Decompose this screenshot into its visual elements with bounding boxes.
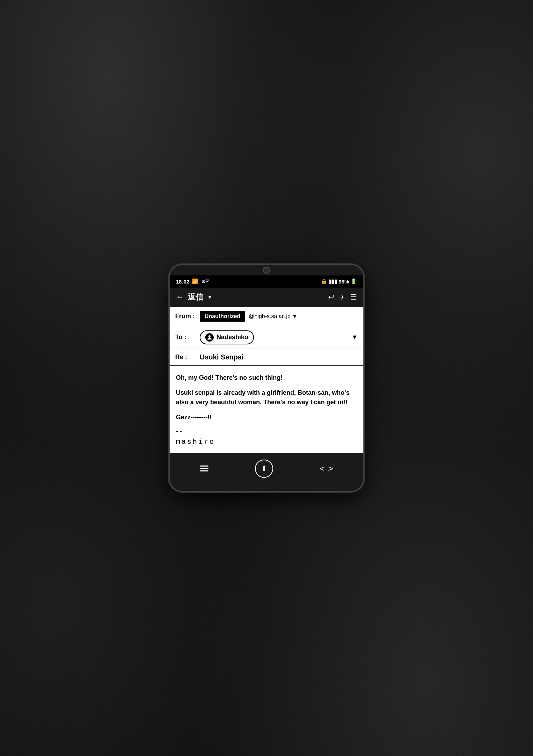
contact-pill: Nadeshiko xyxy=(200,330,254,344)
contact-name: Nadeshiko xyxy=(216,334,248,341)
signature-separator: - - xyxy=(176,428,357,435)
body-line-1: Oh, my God! There's no such thing! xyxy=(176,373,357,383)
prev-next-buttons[interactable]: < > xyxy=(320,464,333,474)
email-body: Oh, my God! There's no such thing! Usuki… xyxy=(170,366,363,453)
home-button[interactable]: ⬆ xyxy=(255,460,273,478)
phone-bottom-bar xyxy=(170,484,363,491)
re-row: Re : Usuki Senpai xyxy=(170,349,363,366)
camera xyxy=(263,267,270,273)
email-area: From : Unauthorized @high-s.sa.ac.jp ▼ T… xyxy=(170,307,363,453)
time-display: 18:02 xyxy=(176,279,189,285)
from-email: @high-s.sa.ac.jp ▼ xyxy=(249,313,297,320)
nav-bars-button[interactable] xyxy=(200,465,208,471)
battery-percent: 98% xyxy=(339,279,349,285)
wifi-icon: 📶 xyxy=(192,278,199,285)
from-dropdown-icon[interactable]: ▼ xyxy=(292,313,298,320)
header-dropdown-icon[interactable]: ▼ xyxy=(207,294,212,300)
from-row: From : Unauthorized @high-s.sa.ac.jp ▼ xyxy=(170,307,363,326)
to-label: To : xyxy=(175,334,196,341)
header-title: 返信 xyxy=(188,292,203,302)
unauthorized-badge: Unauthorized xyxy=(200,311,245,322)
to-dropdown-icon[interactable]: ▼ xyxy=(351,334,358,341)
signature-name: mashiro xyxy=(176,438,357,446)
body-line-3: Gezz--------!! xyxy=(176,413,357,422)
three-bars-icon xyxy=(200,465,208,471)
undo-icon[interactable]: ↩ xyxy=(328,293,334,302)
to-row: To : Nadeshiko ▼ xyxy=(170,326,363,349)
body-line-2: Usuki senpai is already with a girlfrien… xyxy=(176,388,357,407)
header-left: ← 返信 ▼ xyxy=(176,292,212,302)
status-bar: 18:02 📶 ✉① 🔒 ▮▮▮ 98% 🔋 xyxy=(170,275,363,287)
phone-top-bar xyxy=(170,265,363,275)
signal-icon: ▮▮▮ xyxy=(329,278,337,285)
svg-point-0 xyxy=(208,335,211,337)
back-button[interactable]: ← xyxy=(176,293,184,302)
notification-icon: ✉① xyxy=(201,278,209,285)
lock-icon: 🔒 xyxy=(321,278,327,285)
from-label: From : xyxy=(175,313,196,320)
status-left: 18:02 📶 ✉① xyxy=(176,278,209,285)
prev-icon[interactable]: < xyxy=(320,464,325,474)
re-subject: Usuki Senpai xyxy=(200,353,244,361)
app-header: ← 返信 ▼ ↩ ✈ ☰ xyxy=(170,288,363,307)
re-label: Re : xyxy=(175,354,196,361)
header-right: ↩ ✈ ☰ xyxy=(328,293,357,302)
battery-icon: 🔋 xyxy=(350,278,357,285)
menu-icon[interactable]: ☰ xyxy=(350,293,357,302)
up-arrow-icon: ⬆ xyxy=(261,464,267,473)
next-icon[interactable]: > xyxy=(328,464,333,474)
phone: 18:02 📶 ✉① 🔒 ▮▮▮ 98% 🔋 ← 返信 ▼ ↩ ✈ ☰ xyxy=(169,264,364,492)
body-text: Oh, my God! There's no such thing! Usuki… xyxy=(176,373,357,422)
status-right: 🔒 ▮▮▮ 98% 🔋 xyxy=(321,278,357,285)
bottom-nav: ⬆ < > xyxy=(170,453,363,484)
send-icon[interactable]: ✈ xyxy=(339,293,345,301)
phone-container: 18:02 📶 ✉① 🔒 ▮▮▮ 98% 🔋 ← 返信 ▼ ↩ ✈ ☰ xyxy=(169,264,364,492)
contact-avatar-icon xyxy=(205,333,214,342)
